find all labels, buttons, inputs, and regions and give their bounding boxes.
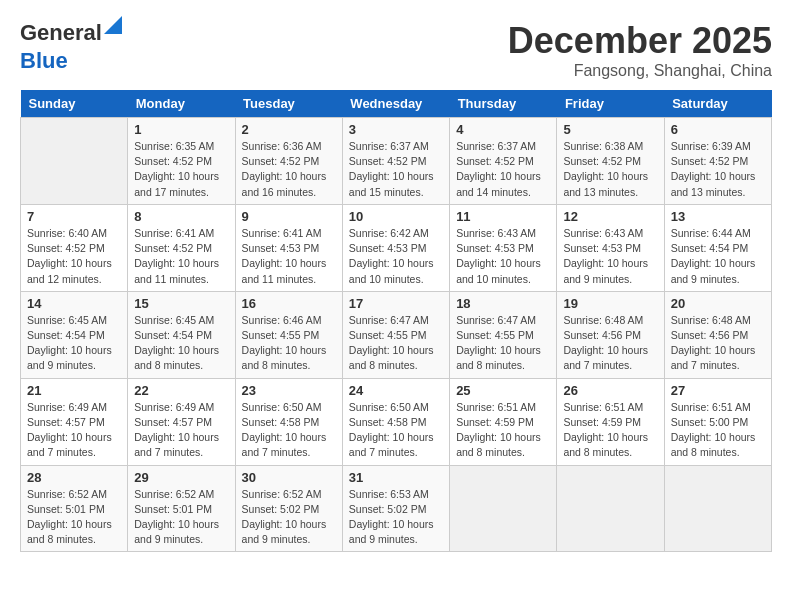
weekday-header-tuesday: Tuesday <box>235 90 342 118</box>
day-info: Sunrise: 6:47 AM Sunset: 4:55 PM Dayligh… <box>456 313 550 374</box>
calendar-cell: 14Sunrise: 6:45 AM Sunset: 4:54 PM Dayli… <box>21 291 128 378</box>
location-title: Fangsong, Shanghai, China <box>508 62 772 80</box>
calendar-cell: 18Sunrise: 6:47 AM Sunset: 4:55 PM Dayli… <box>450 291 557 378</box>
day-number: 25 <box>456 383 550 398</box>
day-number: 2 <box>242 122 336 137</box>
calendar-cell: 11Sunrise: 6:43 AM Sunset: 4:53 PM Dayli… <box>450 204 557 291</box>
day-number: 19 <box>563 296 657 311</box>
page-header: General Blue December 2025 Fangsong, Sha… <box>20 20 772 80</box>
calendar-cell: 15Sunrise: 6:45 AM Sunset: 4:54 PM Dayli… <box>128 291 235 378</box>
day-info: Sunrise: 6:37 AM Sunset: 4:52 PM Dayligh… <box>349 139 443 200</box>
calendar-cell: 29Sunrise: 6:52 AM Sunset: 5:01 PM Dayli… <box>128 465 235 552</box>
day-number: 23 <box>242 383 336 398</box>
day-number: 12 <box>563 209 657 224</box>
calendar-week-row: 7Sunrise: 6:40 AM Sunset: 4:52 PM Daylig… <box>21 204 772 291</box>
calendar-cell: 30Sunrise: 6:52 AM Sunset: 5:02 PM Dayli… <box>235 465 342 552</box>
day-info: Sunrise: 6:35 AM Sunset: 4:52 PM Dayligh… <box>134 139 228 200</box>
logo-arrow-icon <box>104 16 122 34</box>
day-info: Sunrise: 6:41 AM Sunset: 4:53 PM Dayligh… <box>242 226 336 287</box>
day-number: 4 <box>456 122 550 137</box>
day-info: Sunrise: 6:45 AM Sunset: 4:54 PM Dayligh… <box>134 313 228 374</box>
calendar-cell: 1Sunrise: 6:35 AM Sunset: 4:52 PM Daylig… <box>128 118 235 205</box>
day-info: Sunrise: 6:38 AM Sunset: 4:52 PM Dayligh… <box>563 139 657 200</box>
day-number: 6 <box>671 122 765 137</box>
day-number: 24 <box>349 383 443 398</box>
calendar-cell: 26Sunrise: 6:51 AM Sunset: 4:59 PM Dayli… <box>557 378 664 465</box>
day-number: 27 <box>671 383 765 398</box>
calendar-week-row: 1Sunrise: 6:35 AM Sunset: 4:52 PM Daylig… <box>21 118 772 205</box>
day-info: Sunrise: 6:40 AM Sunset: 4:52 PM Dayligh… <box>27 226 121 287</box>
day-info: Sunrise: 6:43 AM Sunset: 4:53 PM Dayligh… <box>456 226 550 287</box>
calendar-cell <box>450 465 557 552</box>
day-info: Sunrise: 6:39 AM Sunset: 4:52 PM Dayligh… <box>671 139 765 200</box>
calendar-cell: 3Sunrise: 6:37 AM Sunset: 4:52 PM Daylig… <box>342 118 449 205</box>
calendar-cell <box>557 465 664 552</box>
calendar-cell: 4Sunrise: 6:37 AM Sunset: 4:52 PM Daylig… <box>450 118 557 205</box>
day-number: 10 <box>349 209 443 224</box>
day-info: Sunrise: 6:51 AM Sunset: 5:00 PM Dayligh… <box>671 400 765 461</box>
day-number: 3 <box>349 122 443 137</box>
day-info: Sunrise: 6:48 AM Sunset: 4:56 PM Dayligh… <box>563 313 657 374</box>
weekday-header-saturday: Saturday <box>664 90 771 118</box>
day-number: 29 <box>134 470 228 485</box>
day-info: Sunrise: 6:47 AM Sunset: 4:55 PM Dayligh… <box>349 313 443 374</box>
day-number: 7 <box>27 209 121 224</box>
day-info: Sunrise: 6:53 AM Sunset: 5:02 PM Dayligh… <box>349 487 443 548</box>
day-info: Sunrise: 6:51 AM Sunset: 4:59 PM Dayligh… <box>456 400 550 461</box>
day-info: Sunrise: 6:49 AM Sunset: 4:57 PM Dayligh… <box>27 400 121 461</box>
calendar-cell: 12Sunrise: 6:43 AM Sunset: 4:53 PM Dayli… <box>557 204 664 291</box>
weekday-header-friday: Friday <box>557 90 664 118</box>
logo-general: General <box>20 20 102 45</box>
calendar-cell: 8Sunrise: 6:41 AM Sunset: 4:52 PM Daylig… <box>128 204 235 291</box>
calendar-cell: 28Sunrise: 6:52 AM Sunset: 5:01 PM Dayli… <box>21 465 128 552</box>
day-info: Sunrise: 6:50 AM Sunset: 4:58 PM Dayligh… <box>349 400 443 461</box>
title-area: December 2025 Fangsong, Shanghai, China <box>508 20 772 80</box>
month-title: December 2025 <box>508 20 772 62</box>
day-info: Sunrise: 6:51 AM Sunset: 4:59 PM Dayligh… <box>563 400 657 461</box>
calendar-cell: 27Sunrise: 6:51 AM Sunset: 5:00 PM Dayli… <box>664 378 771 465</box>
calendar-cell: 16Sunrise: 6:46 AM Sunset: 4:55 PM Dayli… <box>235 291 342 378</box>
day-info: Sunrise: 6:52 AM Sunset: 5:01 PM Dayligh… <box>134 487 228 548</box>
calendar-cell: 6Sunrise: 6:39 AM Sunset: 4:52 PM Daylig… <box>664 118 771 205</box>
day-info: Sunrise: 6:50 AM Sunset: 4:58 PM Dayligh… <box>242 400 336 461</box>
day-info: Sunrise: 6:41 AM Sunset: 4:52 PM Dayligh… <box>134 226 228 287</box>
day-number: 1 <box>134 122 228 137</box>
calendar-cell: 31Sunrise: 6:53 AM Sunset: 5:02 PM Dayli… <box>342 465 449 552</box>
calendar-cell: 2Sunrise: 6:36 AM Sunset: 4:52 PM Daylig… <box>235 118 342 205</box>
calendar-cell: 19Sunrise: 6:48 AM Sunset: 4:56 PM Dayli… <box>557 291 664 378</box>
calendar-cell <box>21 118 128 205</box>
calendar-header-row: SundayMondayTuesdayWednesdayThursdayFrid… <box>21 90 772 118</box>
day-info: Sunrise: 6:52 AM Sunset: 5:02 PM Dayligh… <box>242 487 336 548</box>
weekday-header-monday: Monday <box>128 90 235 118</box>
day-info: Sunrise: 6:52 AM Sunset: 5:01 PM Dayligh… <box>27 487 121 548</box>
day-number: 31 <box>349 470 443 485</box>
calendar-cell: 21Sunrise: 6:49 AM Sunset: 4:57 PM Dayli… <box>21 378 128 465</box>
day-number: 30 <box>242 470 336 485</box>
day-number: 15 <box>134 296 228 311</box>
calendar-cell: 7Sunrise: 6:40 AM Sunset: 4:52 PM Daylig… <box>21 204 128 291</box>
logo-blue: Blue <box>20 48 68 73</box>
svg-marker-0 <box>104 16 122 34</box>
calendar-table: SundayMondayTuesdayWednesdayThursdayFrid… <box>20 90 772 552</box>
day-number: 16 <box>242 296 336 311</box>
day-info: Sunrise: 6:49 AM Sunset: 4:57 PM Dayligh… <box>134 400 228 461</box>
day-info: Sunrise: 6:36 AM Sunset: 4:52 PM Dayligh… <box>242 139 336 200</box>
day-info: Sunrise: 6:46 AM Sunset: 4:55 PM Dayligh… <box>242 313 336 374</box>
day-number: 18 <box>456 296 550 311</box>
weekday-header-wednesday: Wednesday <box>342 90 449 118</box>
logo: General Blue <box>20 20 102 74</box>
day-number: 20 <box>671 296 765 311</box>
calendar-cell: 25Sunrise: 6:51 AM Sunset: 4:59 PM Dayli… <box>450 378 557 465</box>
day-number: 9 <box>242 209 336 224</box>
calendar-week-row: 21Sunrise: 6:49 AM Sunset: 4:57 PM Dayli… <box>21 378 772 465</box>
day-number: 11 <box>456 209 550 224</box>
day-number: 28 <box>27 470 121 485</box>
day-number: 21 <box>27 383 121 398</box>
calendar-cell: 22Sunrise: 6:49 AM Sunset: 4:57 PM Dayli… <box>128 378 235 465</box>
calendar-cell: 23Sunrise: 6:50 AM Sunset: 4:58 PM Dayli… <box>235 378 342 465</box>
calendar-cell: 5Sunrise: 6:38 AM Sunset: 4:52 PM Daylig… <box>557 118 664 205</box>
weekday-header-sunday: Sunday <box>21 90 128 118</box>
day-info: Sunrise: 6:42 AM Sunset: 4:53 PM Dayligh… <box>349 226 443 287</box>
day-number: 22 <box>134 383 228 398</box>
day-info: Sunrise: 6:48 AM Sunset: 4:56 PM Dayligh… <box>671 313 765 374</box>
